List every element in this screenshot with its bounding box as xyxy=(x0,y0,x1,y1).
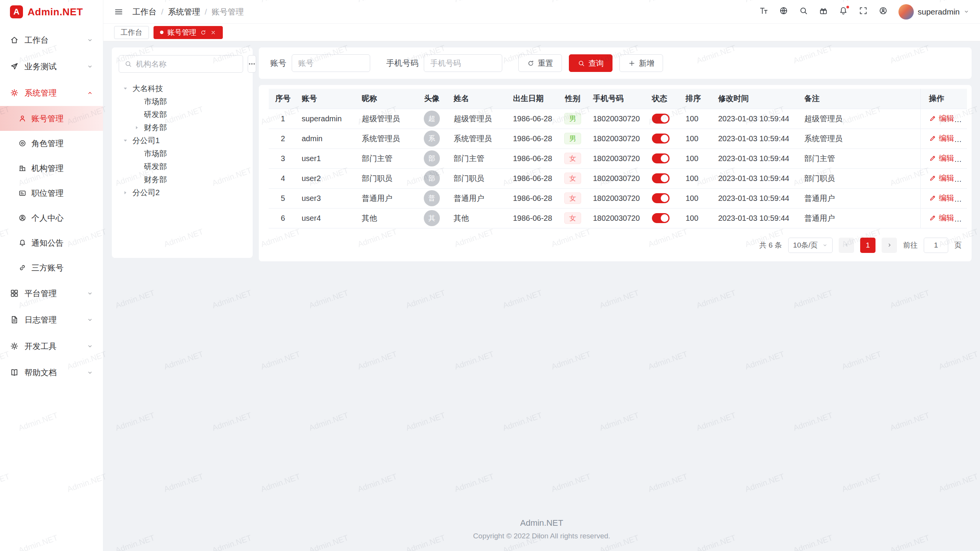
edit-button[interactable]: 编辑 xyxy=(929,173,954,183)
cell-phone: 18020030720 xyxy=(588,168,647,188)
chevron-down-icon xyxy=(87,37,93,43)
tree-node[interactable]: 市场部 xyxy=(119,95,246,108)
cell-index: 1 xyxy=(269,109,297,129)
tree-node[interactable]: 分公司1 xyxy=(119,134,246,147)
status-toggle[interactable] xyxy=(652,134,670,143)
tree-caret-icon[interactable] xyxy=(120,190,130,196)
tree-caret-icon[interactable] xyxy=(132,125,142,130)
org-panel-header xyxy=(119,55,246,73)
edit-button[interactable]: 编辑 xyxy=(929,153,954,163)
sidebar-item-log[interactable]: 日志管理 xyxy=(0,306,103,333)
status-toggle[interactable] xyxy=(652,153,670,163)
tree-node[interactable]: 分公司2 xyxy=(119,186,246,199)
edit-icon xyxy=(929,194,936,202)
add-button[interactable]: 新增 xyxy=(619,54,663,72)
tree-caret-icon[interactable] xyxy=(120,138,130,143)
cell-account: user3 xyxy=(297,188,357,208)
cell-account: user2 xyxy=(297,168,357,188)
sidebar-subitem-profile[interactable]: 个人中心 xyxy=(0,205,103,230)
gender-badge: 女 xyxy=(564,192,581,204)
edit-button[interactable]: 编辑 xyxy=(929,193,954,203)
sidebar-subitem-account[interactable]: 账号管理 xyxy=(0,106,103,131)
next-page-button[interactable] xyxy=(882,238,897,253)
status-toggle[interactable] xyxy=(652,114,670,124)
row-more-button[interactable] xyxy=(962,196,967,204)
row-more-button[interactable] xyxy=(962,136,967,144)
status-toggle[interactable] xyxy=(652,173,670,183)
sidebar-subitem-position[interactable]: 职位管理 xyxy=(0,181,103,205)
sidebar-item-devtools[interactable]: 开发工具 xyxy=(0,333,103,359)
font-size-icon[interactable] xyxy=(759,6,768,18)
tree-caret-icon[interactable] xyxy=(120,86,130,91)
cell-time: 2023-01-03 10:59:44 xyxy=(714,208,800,228)
theme-icon[interactable] xyxy=(819,6,828,18)
sidebar-item-label: 平台管理 xyxy=(24,288,81,299)
sidebar-subitem-org[interactable]: 机构管理 xyxy=(0,156,103,181)
table-row: 3user1部门主管部部门主管1986-06-28女18020030720100… xyxy=(269,148,967,168)
row-more-button[interactable] xyxy=(962,176,967,184)
tree-node[interactable]: 财务部 xyxy=(119,173,246,186)
cell-avatar: 其 xyxy=(415,208,449,228)
cell-gender: 女 xyxy=(557,148,588,168)
prev-page-button[interactable] xyxy=(839,238,854,253)
cell-account: admin xyxy=(297,129,357,148)
account-input[interactable] xyxy=(292,54,370,72)
row-more-button[interactable] xyxy=(962,116,967,124)
tab-refresh-icon[interactable] xyxy=(200,29,206,36)
language-icon[interactable] xyxy=(779,6,788,18)
page-number-current[interactable]: 1 xyxy=(860,238,875,253)
tab-item[interactable]: 工作台 xyxy=(114,26,149,39)
sidebar-subitem-notice[interactable]: 通知公告 xyxy=(0,230,103,255)
tree-node[interactable]: 大名科技 xyxy=(119,82,246,95)
notification-icon[interactable] xyxy=(839,6,848,18)
collapse-menu-icon[interactable] xyxy=(114,7,123,16)
breadcrumb-item[interactable]: 系统管理 xyxy=(168,7,200,17)
page-size-select[interactable]: 10条/页 xyxy=(788,238,833,253)
table-row: 2admin系统管理员系系统管理员1986-06-28男180200307201… xyxy=(269,129,967,148)
edit-button[interactable]: 编辑 xyxy=(929,213,954,223)
edit-button[interactable]: 编辑 xyxy=(929,113,954,124)
account-label: 账号 xyxy=(270,58,286,68)
tab-label: 工作台 xyxy=(121,28,142,37)
search-button[interactable]: 查询 xyxy=(569,54,612,72)
sidebar-item-label: 帮助文档 xyxy=(24,367,81,378)
refresh-icon xyxy=(527,60,534,67)
status-toggle[interactable] xyxy=(652,213,670,223)
org-search-input[interactable] xyxy=(136,60,237,68)
breadcrumb-item[interactable]: 工作台 xyxy=(132,7,157,17)
cell-avatar: 系 xyxy=(415,129,449,148)
row-avatar: 部 xyxy=(424,150,440,166)
sidebar-subitem-role[interactable]: 角色管理 xyxy=(0,131,103,156)
tree-node[interactable]: 市场部 xyxy=(119,147,246,160)
tab-active[interactable]: 账号管理 xyxy=(154,26,223,39)
tree-node[interactable]: 研发部 xyxy=(119,160,246,173)
cell-birth: 1986-06-28 xyxy=(508,188,557,208)
org-more-button[interactable] xyxy=(248,55,256,73)
edit-button[interactable]: 编辑 xyxy=(929,133,954,143)
tree-node[interactable]: 研发部 xyxy=(119,108,246,121)
goto-unit-label: 页 xyxy=(954,240,962,250)
sidebar-item-business-test[interactable]: 业务测试 xyxy=(0,53,103,80)
tree-node[interactable]: 财务部 xyxy=(119,121,246,134)
row-more-button[interactable] xyxy=(962,156,967,164)
user-menu[interactable]: superadmin xyxy=(898,4,969,20)
logo[interactable]: A Admin.NET xyxy=(0,0,103,24)
sidebar-subitem-thirdparty[interactable]: 三方账号 xyxy=(0,255,103,280)
sidebar-subitem-label: 职位管理 xyxy=(31,188,64,199)
sidebar-item-workbench[interactable]: 工作台 xyxy=(0,27,103,53)
sidebar-item-platform[interactable]: 平台管理 xyxy=(0,280,103,306)
phone-input[interactable] xyxy=(424,54,502,72)
sidebar-item-system[interactable]: 系统管理 xyxy=(0,80,103,106)
fullscreen-icon[interactable] xyxy=(859,6,868,18)
tab-close-icon[interactable] xyxy=(210,29,216,36)
chevron-down-icon xyxy=(87,370,93,376)
row-more-button[interactable] xyxy=(962,216,967,223)
search-icon[interactable] xyxy=(799,6,808,18)
profile-icon[interactable] xyxy=(879,6,888,18)
status-toggle[interactable] xyxy=(652,193,670,203)
reset-button[interactable]: 重置 xyxy=(518,54,562,72)
goto-page-input[interactable] xyxy=(924,238,948,253)
home-icon xyxy=(10,36,19,44)
phone-field-group: 手机号码 xyxy=(386,54,502,72)
sidebar-item-docs[interactable]: 帮助文档 xyxy=(0,359,103,386)
